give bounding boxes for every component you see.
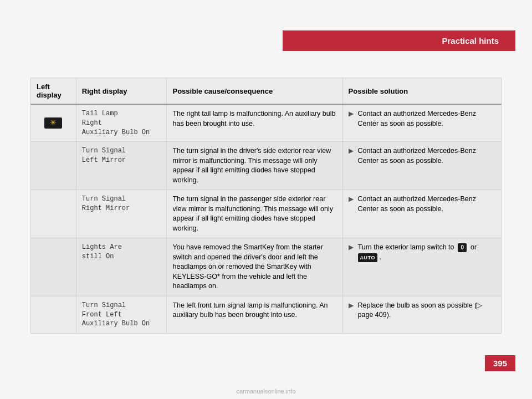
right-display-cell: Lights Arestill On bbox=[76, 238, 167, 296]
bullet-icon: ▶ bbox=[349, 146, 354, 156]
cause-cell: You have removed the SmartKey from the s… bbox=[167, 238, 342, 296]
table-row: Turn SignalLeft Mirror The turn signal i… bbox=[31, 142, 502, 190]
col-left-display: Left display bbox=[31, 78, 76, 105]
bullet-icon: ▶ bbox=[349, 243, 354, 252]
table-row: Turn SignalFront LeftAuxiliary Bulb On T… bbox=[31, 296, 502, 333]
solution-text: Replace the bulb as soon as possible (▷ … bbox=[358, 301, 495, 320]
bullet-icon: ▶ bbox=[349, 195, 354, 204]
solution-text: Contact an authorized Mercedes-Benz Cent… bbox=[358, 195, 495, 214]
solution-text: Contact an authorized Mercedes-Benz Cent… bbox=[358, 109, 495, 129]
left-display-cell bbox=[31, 238, 76, 296]
page-number: 395 bbox=[485, 355, 515, 371]
solution-cell: ▶ Turn the exterior lamp switch to 0 or … bbox=[342, 238, 501, 296]
solution-cell: ▶ Contact an authorized Mercedes-Benz Ce… bbox=[342, 142, 501, 190]
watermark: carmanualsonline.info bbox=[0, 388, 532, 395]
cause-cell: The left front turn signal lamp is malfu… bbox=[167, 296, 342, 333]
solution-text: Contact an authorized Mercedes-Benz Cent… bbox=[358, 146, 495, 166]
solution-prefix-text: Turn the exterior lamp switch to bbox=[358, 243, 454, 251]
table-row: Lights Arestill On You have removed the … bbox=[31, 238, 502, 296]
right-display-cell: Turn SignalRight Mirror bbox=[76, 190, 167, 238]
cause-cell: The right tail lamp is malfunctioning. A… bbox=[167, 104, 342, 142]
left-display-cell bbox=[31, 190, 76, 238]
col-solution: Possible solution bbox=[342, 78, 501, 105]
solution-or-text: or bbox=[470, 243, 477, 251]
solution-suffix-text: . bbox=[379, 253, 381, 261]
hints-table: Left display Right display Possible caus… bbox=[30, 78, 502, 334]
solution-text: Turn the exterior lamp switch to 0 or AU… bbox=[358, 243, 495, 262]
right-display-cell: Turn SignalLeft Mirror bbox=[76, 142, 167, 190]
main-table-container: Left display Right display Possible caus… bbox=[30, 78, 502, 334]
solution-cell: ▶ Contact an authorized Mercedes-Benz Ce… bbox=[342, 190, 501, 238]
cause-cell: The turn signal in the driver's side ext… bbox=[167, 142, 342, 190]
table-row: ✳ Tail LampRightAuxiliary Bulb On The ri… bbox=[31, 104, 502, 142]
left-display-cell bbox=[31, 296, 76, 333]
zero-badge: 0 bbox=[458, 243, 467, 252]
bullet-icon: ▶ bbox=[349, 301, 354, 310]
solution-cell: ▶ Contact an authorized Mercedes-Benz Ce… bbox=[342, 104, 501, 142]
table-header-row: Left display Right display Possible caus… bbox=[31, 78, 502, 105]
auto-badge: AUTO bbox=[358, 253, 377, 263]
table-row: Turn SignalRight Mirror The turn signal … bbox=[31, 190, 502, 238]
solution-cell: ▶ Replace the bulb as soon as possible (… bbox=[342, 296, 501, 333]
bullet-icon: ▶ bbox=[349, 109, 354, 119]
left-display-cell bbox=[31, 142, 76, 190]
right-display-cell: Tail LampRightAuxiliary Bulb On bbox=[76, 104, 167, 142]
left-display-cell: ✳ bbox=[31, 104, 76, 142]
section-title-banner: Practical hints bbox=[283, 30, 515, 51]
sun-warning-icon: ✳ bbox=[44, 117, 62, 129]
right-display-cell: Turn SignalFront LeftAuxiliary Bulb On bbox=[76, 296, 167, 333]
col-cause: Possible cause/consequence bbox=[167, 78, 342, 105]
section-title-text: Practical hints bbox=[442, 36, 499, 45]
col-right-display: Right display bbox=[76, 78, 167, 105]
cause-cell: The turn signal in the passenger side ex… bbox=[167, 190, 342, 238]
